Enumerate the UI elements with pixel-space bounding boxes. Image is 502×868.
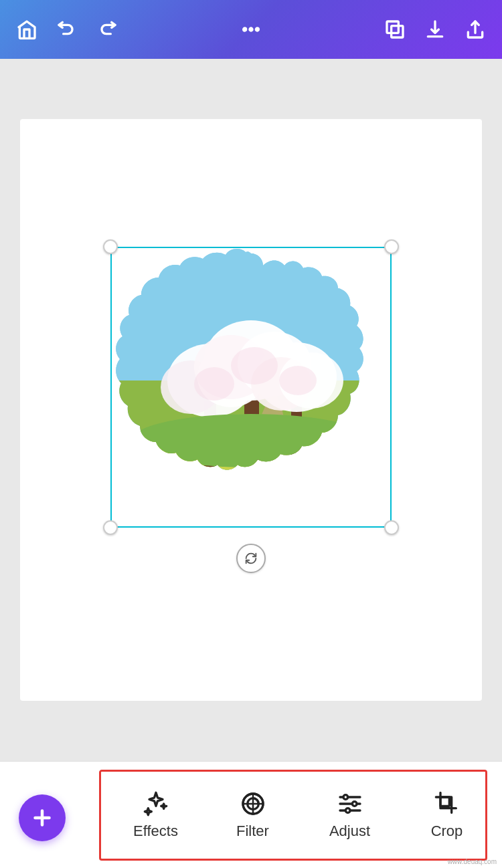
header xyxy=(0,0,502,59)
bottom-toolbar: Effects Filter Adjus xyxy=(0,761,502,868)
canvas-card xyxy=(20,119,482,701)
handle-top-left[interactable] xyxy=(103,239,118,254)
crop-icon xyxy=(434,790,461,817)
selection-border xyxy=(110,247,392,528)
header-left-actions xyxy=(16,19,118,40)
more-options-icon[interactable] xyxy=(240,19,262,40)
svg-rect-3 xyxy=(387,21,398,33)
svg-point-1 xyxy=(250,28,252,31)
toolbar-items: Effects Filter Adjus xyxy=(107,762,495,868)
toolbar-item-filter[interactable]: Filter xyxy=(204,790,301,840)
header-right-actions xyxy=(384,19,486,40)
svg-rect-38 xyxy=(440,797,449,806)
filter-icon xyxy=(240,790,266,817)
image-container[interactable] xyxy=(110,247,392,528)
svg-point-35 xyxy=(343,794,348,799)
handle-bottom-right[interactable] xyxy=(384,520,399,535)
redo-icon[interactable] xyxy=(96,19,118,40)
rotate-handle[interactable] xyxy=(236,544,266,573)
undo-icon[interactable] xyxy=(56,19,78,40)
svg-rect-4 xyxy=(392,26,403,37)
svg-point-2 xyxy=(256,28,258,31)
svg-point-36 xyxy=(352,801,357,806)
canvas-area xyxy=(0,59,502,761)
effects-label: Effects xyxy=(133,823,178,840)
handle-top-right[interactable] xyxy=(384,239,399,254)
download-icon[interactable] xyxy=(424,19,446,40)
handle-bottom-left[interactable] xyxy=(103,520,118,535)
share-icon[interactable] xyxy=(465,19,486,40)
crop-label: Crop xyxy=(431,823,463,840)
toolbar-item-crop[interactable]: Crop xyxy=(398,790,495,840)
home-icon[interactable] xyxy=(16,19,37,40)
toolbar-item-adjust[interactable]: Adjust xyxy=(301,790,398,840)
filter-label: Filter xyxy=(236,823,269,840)
rotate-icon xyxy=(244,551,258,566)
adjust-icon xyxy=(337,790,363,817)
svg-point-0 xyxy=(244,28,246,31)
svg-point-37 xyxy=(345,808,350,812)
effects-icon xyxy=(143,790,169,817)
layers-icon[interactable] xyxy=(384,19,406,40)
toolbar-item-effects[interactable]: Effects xyxy=(107,790,204,840)
fab-add-button[interactable] xyxy=(19,794,66,841)
plus-icon xyxy=(30,806,54,830)
adjust-label: Adjust xyxy=(329,823,370,840)
